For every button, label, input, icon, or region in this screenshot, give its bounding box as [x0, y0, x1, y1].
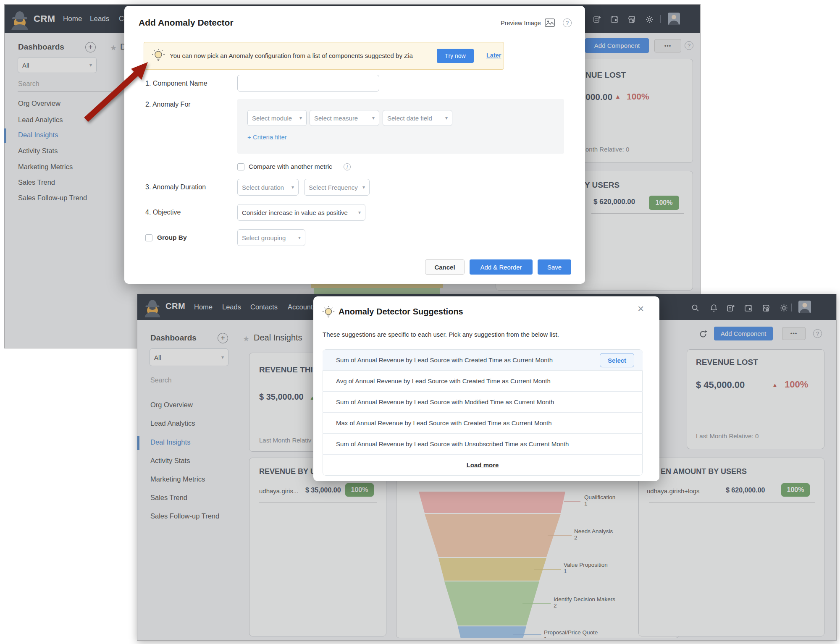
objective-dropdown[interactable]: Consider increase in value as positive — [237, 204, 365, 221]
group-by-checkbox[interactable] — [145, 234, 152, 241]
modal-help-icon[interactable] — [563, 18, 572, 27]
annotation-arrow — [76, 55, 160, 134]
select-date-field-dropdown[interactable]: Select date field — [383, 110, 452, 126]
objective-label: 4. Objective — [145, 209, 181, 216]
suggestion-text-5: Sum of Annual Revenue by Lead Source wit… — [323, 440, 569, 448]
select-module-dropdown[interactable]: Select module — [247, 110, 307, 126]
suggestion-text-3: Sum of Annual Revenue by Lead Source wit… — [323, 398, 554, 406]
select-date-field-value: Select date field — [387, 115, 432, 122]
criteria-filter-link[interactable]: + Criteria filter — [247, 134, 287, 141]
suggestion-text-1: Sum of Annual Revenue by Lead Source wit… — [323, 356, 553, 364]
compare-metric-checkbox[interactable] — [237, 163, 244, 170]
modal-title: Add Anomaly Detector — [139, 18, 234, 28]
zia-lightbulb-icon-2 — [322, 305, 335, 320]
select-duration-value: Select duration — [242, 184, 284, 191]
suggestion-text-2: Avg of Annual Revenue by Lead Source wit… — [323, 377, 551, 385]
zia-banner-message: You can now pick an Anomaly configuratio… — [170, 52, 413, 59]
later-link[interactable]: Later — [486, 52, 501, 59]
select-grouping-dropdown[interactable]: Select grouping — [237, 229, 305, 246]
suggestion-row-1[interactable]: Sum of Annual Revenue by Lead Source wit… — [323, 350, 643, 371]
suggestion-row-5[interactable]: Sum of Annual Revenue by Lead Source wit… — [323, 434, 643, 455]
suggestion-row-2[interactable]: Avg of Annual Revenue by Lead Source wit… — [323, 371, 643, 392]
page-canvas: CRM Home Leads Contacts Dashboards All S… — [0, 0, 840, 644]
anomaly-duration-label: 3. Anomaly Duration — [145, 183, 206, 191]
select-grouping-value: Select grouping — [242, 234, 286, 241]
select-frequency-value: Select Frequency — [309, 184, 358, 191]
cancel-button[interactable]: Cancel — [425, 259, 465, 275]
close-icon[interactable] — [638, 302, 644, 315]
try-now-button[interactable]: Try now — [437, 49, 474, 63]
objective-value: Consider increase in value as positive — [242, 209, 348, 216]
preview-image-label[interactable]: Preview Image — [501, 20, 541, 26]
suggestion-text-4: Max of Annual Revenue by Lead Source wit… — [323, 419, 552, 427]
anomaly-for-panel — [237, 99, 564, 154]
suggestion-row-3[interactable]: Sum of Annual Revenue by Lead Source wit… — [323, 392, 643, 413]
group-by-label: Group By — [157, 234, 187, 241]
select-duration-dropdown[interactable]: Select duration — [237, 179, 299, 196]
select-frequency-dropdown[interactable]: Select Frequency — [304, 179, 370, 196]
select-suggestion-button[interactable]: Select — [600, 353, 634, 367]
select-module-value: Select module — [252, 115, 292, 122]
select-measure-dropdown[interactable]: Select measure — [310, 110, 379, 126]
suggestions-modal-subtitle: These suggestions are specific to each u… — [323, 331, 559, 338]
compare-metric-label: Compare with another metric — [249, 163, 332, 170]
add-reorder-button[interactable]: Add & Reorder — [470, 259, 533, 275]
component-name-input[interactable] — [237, 75, 379, 92]
save-button[interactable]: Save — [538, 259, 571, 275]
suggestion-row-4[interactable]: Max of Annual Revenue by Lead Source wit… — [323, 413, 643, 434]
select-measure-value: Select measure — [314, 115, 358, 122]
load-more-link[interactable]: Load more — [323, 455, 643, 475]
preview-image-icon[interactable] — [545, 18, 555, 27]
info-icon[interactable] — [344, 163, 351, 170]
suggestions-modal-title: Anomaly Detector Suggestions — [339, 307, 463, 317]
